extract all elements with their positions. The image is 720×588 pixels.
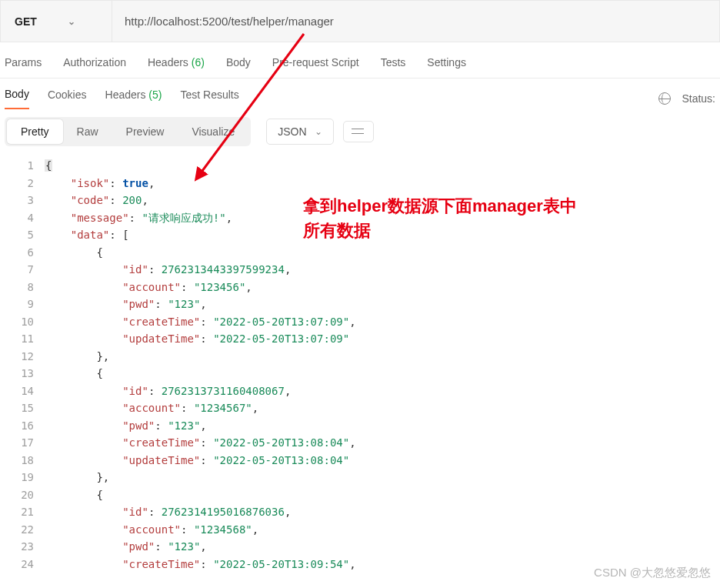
view-preview[interactable]: Preview <box>112 119 178 144</box>
request-url-bar: GET ⌄ http://localhost:5200/test/helper/… <box>0 0 720 42</box>
view-pretty[interactable]: Pretty <box>7 119 63 144</box>
view-visualize[interactable]: Visualize <box>178 119 248 144</box>
wrap-lines-icon <box>352 126 365 137</box>
http-method-dropdown[interactable]: GET ⌄ <box>1 1 112 42</box>
chevron-down-icon: ⌄ <box>68 16 75 27</box>
tab-headers-count: (6) <box>192 56 205 68</box>
tab-authorization[interactable]: Authorization <box>63 56 126 68</box>
view-raw[interactable]: Raw <box>63 119 112 144</box>
annotation-line2: 所有数据 <box>303 219 577 243</box>
view-mode-tabs: Pretty Raw Preview Visualize <box>5 117 251 146</box>
tab-settings[interactable]: Settings <box>427 56 466 68</box>
wrap-lines-button[interactable] <box>343 121 374 142</box>
request-tabs: Params Authorization Headers (6) Body Pr… <box>0 42 720 79</box>
tab-params[interactable]: Params <box>5 56 42 68</box>
chevron-down-icon: ⌄ <box>315 126 322 137</box>
resp-tab-headers-count: (5) <box>148 89 162 101</box>
line-gutter: 123456789101112131415161718192021222324 <box>0 157 45 583</box>
resp-tab-testresults[interactable]: Test Results <box>180 89 238 109</box>
resp-tab-cookies[interactable]: Cookies <box>48 89 87 109</box>
format-label: JSON <box>278 125 306 138</box>
tab-prerequest[interactable]: Pre-request Script <box>272 56 359 68</box>
response-status-area: Status: <box>658 92 715 105</box>
resp-tab-headers[interactable]: Headers (5) <box>105 89 162 109</box>
http-method-label: GET <box>15 15 37 28</box>
response-tabs: Body Cookies Headers (5) Test Results <box>5 88 239 109</box>
response-bar: Body Cookies Headers (5) Test Results St… <box>0 79 720 109</box>
annotation-line1: 拿到helper数据源下面manager表中 <box>303 194 577 219</box>
annotation-text: 拿到helper数据源下面manager表中 所有数据 <box>303 194 577 243</box>
tab-headers-label: Headers <box>148 56 188 68</box>
resp-tab-headers-label: Headers <box>105 89 146 101</box>
url-input[interactable]: http://localhost:5200/test/helper/manage… <box>112 1 719 42</box>
status-label: Status: <box>682 92 715 105</box>
tab-body[interactable]: Body <box>226 56 251 68</box>
format-dropdown[interactable]: JSON ⌄ <box>266 119 333 145</box>
watermark: CSDN @大忽悠爱忽悠 <box>594 566 711 580</box>
url-text: http://localhost:5200/test/helper/manage… <box>125 15 334 28</box>
resp-tab-body[interactable]: Body <box>5 88 29 109</box>
tab-headers[interactable]: Headers (6) <box>148 56 205 68</box>
view-mode-bar: Pretty Raw Preview Visualize JSON ⌄ <box>0 109 720 152</box>
globe-icon[interactable] <box>658 92 671 105</box>
tab-tests[interactable]: Tests <box>381 56 406 68</box>
